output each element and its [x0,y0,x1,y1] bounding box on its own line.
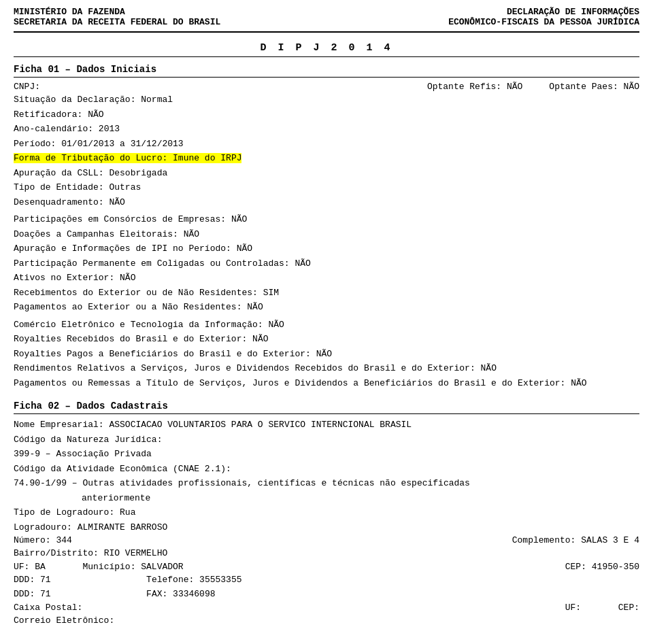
municipio-label: Município: [82,562,135,572]
periodo-label: Período: [14,139,56,149]
recebimentos-label: Recebimentos do Exterior ou de Não Resid… [14,288,258,298]
uf-municipio-field: UF: BA Município: SALVADOR [14,562,184,572]
ddd2-fax-row: DDD: 71 FAX: 33346098 [14,588,639,601]
tipo-logradouro-value: Rua [120,507,135,518]
ddd1-value: 71 [40,575,51,585]
comercio-value: NÃO [268,320,284,330]
apuracao-ipi-label: Apuração e Informações de IPI no Período… [14,243,231,254]
cep-label: CEP: [565,562,586,572]
optante-refis-value: NÃO [507,82,522,92]
apuracao-label: Apuração da CSLL: [14,168,104,178]
codigo-atividade-label: Código da Atividade Econômica (CNAE 2.1)… [14,464,231,474]
participacoes-label: Participações em Consórcios de Empresas: [14,214,226,224]
cnpj-field: CNPJ: [14,82,40,92]
cnpj-label: CNPJ: [14,82,40,92]
numero-complemento-row: Número: 344 Complemento: SALAS 3 E 4 [14,535,639,545]
secretaria-name: SECRETARIA DA RECEITA FEDERAL DO BRASIL [14,17,220,27]
royalties-recebidos-label: Royalties Recebidos do Brasil e do Exter… [14,334,247,344]
ativos-exterior-label: Ativos no Exterior: [14,273,114,283]
apuracao-row: Apuração da CSLL: Desobrigada [14,167,639,180]
codigo-atividade-label-row: Código da Atividade Econômica (CNAE 2.1)… [14,462,639,476]
royalties-recebidos-value: NÃO [252,334,268,344]
codigo-natureza-label: Código da Natureza Jurídica: [14,435,162,445]
nome-row: Nome Empresarial: ASSOCIACAO VOLUNTARIOS… [14,418,639,432]
situacao-value: Normal [141,95,173,105]
ddd2-value: 71 [40,589,51,599]
desenquadramento-row: Desenquadramento: NÃO [14,196,639,209]
comercio-label: Comércio Eletrônico e Tecnologia da Info… [14,320,263,330]
nome-value: ASSOCIACAO VOLUNTARIOS PARA O SERVICO IN… [109,420,412,430]
cep-value: 41950-350 [592,562,639,572]
ano-value: 2013 [99,124,120,134]
declaration-title-line1: DECLARAÇÃO DE INFORMAÇÕES [448,7,639,17]
royalties-pagos-row: Royalties Pagos a Beneficiários do Brasi… [14,348,639,361]
ativos-exterior-row: Ativos no Exterior: NÃO [14,271,639,285]
optante-paes-label: Optante Paes: [549,82,618,92]
recebimentos-value: SIM [263,288,279,298]
header: MINISTÉRIO DA FAZENDA SECRETARIA DA RECE… [14,7,639,33]
codigo-atividade-value: 74.90-1/99 – Outras atividades profissio… [14,478,470,488]
forma-row: Forma de Tributação do Lucro: Imune do I… [14,152,639,165]
ano-label: Ano-calendário: [14,124,93,134]
pagamentos-value: NÃO [247,302,263,312]
telefone-value: 35553355 [199,575,241,585]
situacao-row: Situação da Declaração: Normal [14,93,639,107]
codigo-natureza-value: 399-9 – Associação Privada [14,449,152,459]
logradouro-row: Logradouro: ALMIRANTE BARROSO [14,521,639,535]
pagamentos-remessas-label: Pagamentos ou Remessas a Título de Servi… [14,378,565,388]
ficha01-title: Ficha 01 – Dados Iniciais [14,64,639,78]
logradouro-value: ALMIRANTE BARROSO [78,522,168,532]
rendimentos-value: NÃO [481,363,497,373]
ddd1-telefone-row: DDD: 71 Telefone: 35553355 [14,573,639,587]
codigo-atividade-cont-row: anteriormente [14,492,639,505]
doacoes-label: Doações a Campanhas Eleitorais: [14,229,178,239]
pagamentos-row: Pagamentos ao Exterior ou a Não Resident… [14,301,639,314]
telefone-label: Telefone: [146,575,194,585]
desenquadramento-value: NÃO [109,197,124,207]
fax-label: FAX: [146,589,167,599]
periodo-value: 01/01/2013 a 31/12/2013 [61,139,183,149]
cnpj-optante-row: CNPJ: Optante Refis: NÃO Optante Paes: N… [14,82,639,92]
complemento-label: Complemento: [512,535,576,545]
rendimentos-row: Rendimentos Relativos a Serviços, Juros … [14,362,639,375]
caixa-postal-row: Caixa Postal: UF: CEP: [14,603,639,613]
tipo-entidade-label: Tipo de Entidade: [14,182,104,192]
forma-label: Forma de Tributação do Lucro: [14,153,167,163]
apuracao-value: Desobrigada [109,168,167,178]
numero-label: Número: [14,535,51,545]
optante-refis-label: Optante Refis: [427,82,501,92]
ano-row: Ano-calendário: 2013 [14,122,639,136]
royalties-pagos-value: NÃO [316,349,332,359]
rendimentos-label: Rendimentos Relativos a Serviços, Juros … [14,363,475,373]
nome-label: Nome Empresarial: [14,420,104,430]
ativos-exterior-value: NÃO [120,273,135,283]
uf-municipio-cep-row: UF: BA Município: SALVADOR CEP: 41950-35… [14,562,639,572]
desenquadramento-label: Desenquadramento: [14,197,104,207]
ddd2-label: DDD: [14,589,35,599]
bairro-row: Bairro/Distrito: RIO VERMELHO [14,547,639,560]
periodo-row: Período: 01/01/2013 a 31/12/2013 [14,137,639,151]
uf2-label: UF: [565,603,581,613]
participacoes-row: Participações em Consórcios de Empresas:… [14,213,639,226]
recebimentos-row: Recebimentos do Exterior ou de Não Resid… [14,286,639,300]
tipo-logradouro-row: Tipo de Logradouro: Rua [14,506,639,520]
retificadora-row: Retificadora: NÃO [14,108,639,122]
codigo-natureza-label-row: Código da Natureza Jurídica: [14,433,639,447]
page: MINISTÉRIO DA FAZENDA SECRETARIA DA RECE… [0,0,653,642]
participacoes-value: NÃO [231,214,247,224]
optante-paes-value: NÃO [624,82,639,92]
header-left: MINISTÉRIO DA FAZENDA SECRETARIA DA RECE… [14,7,220,27]
correio-row: Correio Eletrônico: [14,614,639,628]
numero-field: Número: 344 [14,535,72,545]
pagamentos-remessas-value: NÃO [571,378,586,388]
tipo-logradouro-label: Tipo de Logradouro: [14,507,114,518]
participacao-perm-row: Participação Permanente em Coligadas ou … [14,257,639,271]
apuracao-ipi-row: Apuração e Informações de IPI no Período… [14,242,639,256]
caixa-postal-label: Caixa Postal: [14,603,82,613]
ficha02-title: Ficha 02 – Dados Cadastrais [14,401,639,414]
complemento-value: SALAS 3 E 4 [581,535,639,545]
forma-value: Imune do IRPJ [173,153,241,163]
royalties-pagos-label: Royalties Pagos a Beneficiários do Brasi… [14,349,311,359]
dipj-title: D I P J 2 0 1 4 [14,37,639,57]
retificadora-value: NÃO [88,109,103,120]
